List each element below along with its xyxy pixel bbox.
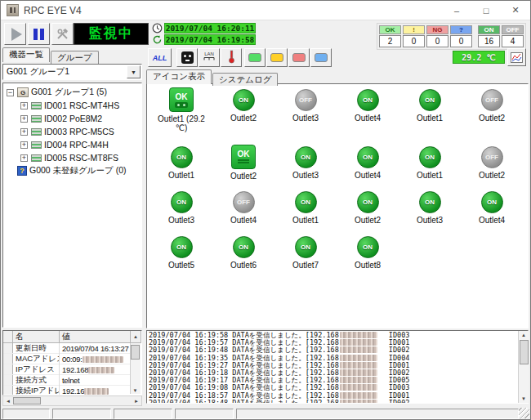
scroll-right-icon[interactable]: ► [132,399,141,404]
outlet-on-icon[interactable]: ON [295,191,317,213]
outlet-on-icon[interactable]: ON [171,146,193,168]
filter-color-red-button[interactable] [288,48,310,67]
scroll-down-icon[interactable]: ▼ [521,395,526,403]
outlet-label: Outlet1 [292,216,319,225]
log-line: 2019/07/04 16:19:18 DATAを受信しました。[192.168… [149,369,515,377]
tools-icon [56,28,70,41]
filter-color-green-button[interactable] [244,48,266,67]
property-value: telnet [60,376,131,385]
log-time: 2019/07/04 16:19:08 [149,384,232,391]
pause-button[interactable] [28,23,50,45]
table-hscroll-thumb[interactable] [13,397,41,404]
outlet-off-icon[interactable]: OFF [481,89,503,111]
header-name: 名 [13,331,60,343]
all-button[interactable]: ALL [148,48,172,67]
expander-icon[interactable]: + [20,154,28,162]
outlet-on-icon[interactable]: ON [171,236,193,258]
tab-group[interactable]: グループ [51,51,99,64]
redacted-ip [340,400,377,404]
table-vscroll-thumb[interactable] [131,345,140,360]
refresh-icon [152,34,163,45]
outlet-on-icon[interactable]: ON [419,146,441,168]
log-message: DATAを受信しました。 [232,369,305,377]
outlet-on-icon[interactable]: ON [419,191,441,213]
tree-item-G001[interactable]: −GG001 グループ1 (5) [3,86,141,99]
close-button[interactable]: ✕ [501,1,530,20]
log-ip: [192.168 [306,369,339,377]
expander-icon[interactable]: − [7,89,14,96]
lan-filter-button[interactable]: LAN [199,48,220,67]
outlet-cell: OKOutlet2 [212,145,274,190]
start-button[interactable] [4,23,26,45]
filter-color-blue-button[interactable] [310,48,332,67]
tree-item-ID003[interactable]: +ID003 RPC-M5CS [3,125,141,138]
scroll-left-icon[interactable]: ◄ [3,399,13,404]
device-ok-icon[interactable]: OK [231,145,256,169]
outlet-on-icon[interactable]: ON [295,236,317,258]
settings-button[interactable] [51,23,74,45]
expander-icon[interactable]: + [20,128,28,136]
outlet-on-icon[interactable]: ON [357,236,379,258]
outlet-on-icon[interactable]: ON [233,89,255,111]
title-bar[interactable]: RPC EYE V4 – □ ✕ [1,1,530,20]
outlet-on-icon[interactable]: ON [233,236,255,258]
outlet-on-icon[interactable]: ON [357,146,379,168]
svg-text:LAN: LAN [204,51,214,56]
expander-icon[interactable]: + [20,115,28,123]
log-line: 2019/07/04 16:19:08 DATAを受信しました。[192.168… [149,384,515,391]
property-row[interactable]: 接続IPアドレス192.16 [3,386,131,395]
question-icon: ? [17,166,27,176]
tab-device-list[interactable]: 機器一覧 [2,47,50,62]
outlet-on-icon[interactable]: ON [295,146,317,168]
tree-item-G000[interactable]: ?G000 未登録グループ (0) [3,164,141,177]
redacted-value [83,356,123,363]
outlet-on-icon[interactable]: ON [171,191,193,213]
device-ok-icon[interactable]: OK [169,87,194,112]
thermometer-filter-button[interactable] [221,48,242,67]
chevron-down-icon[interactable]: ▼ [127,65,141,78]
tree-item-ID005[interactable]: +ID005 RSC-MT8FS [3,151,141,164]
maximize-button[interactable]: □ [471,1,501,20]
log-vscroll[interactable]: ▲ ▼ [518,331,529,403]
scroll-down-icon[interactable]: ▼ [131,388,140,393]
property-row[interactable]: MACアドレス00:09: [3,354,131,364]
outlet-on-icon[interactable]: ON [481,191,503,213]
resize-grip[interactable] [519,408,529,418]
outlet-on-icon[interactable]: ON [357,191,379,213]
outlet-on-icon[interactable]: ON [357,89,379,111]
summary-warn-label: ! [403,25,425,34]
log-ip: [192.168 [306,392,339,400]
property-row[interactable]: 接続方式telnet [3,375,131,386]
outlet-cell: OFFOutlet3 [274,87,337,145]
outlet-off-icon[interactable]: OFF [481,146,503,168]
outlet-off-icon[interactable]: OFF [295,89,317,111]
outlet-off-icon[interactable]: OFF [233,191,255,213]
log-line: 2019/07/04 16:18:57 DATAを受信しました。[192.168… [149,392,515,400]
log-ip: [192.168 [306,377,339,384]
last-refresh-row: 2019/07/04 16:19:58 [152,34,256,45]
tab-system-log[interactable]: システムログ [212,73,278,86]
expander-icon[interactable]: + [20,141,28,149]
property-row[interactable]: IPアドレス192.168 [3,364,131,375]
tree-item-ID004[interactable]: +ID004 RPC-M4H [3,138,141,151]
outlet-filter-button[interactable] [176,48,198,67]
scroll-up-icon[interactable]: ▲ [131,331,141,343]
redacted-ip [340,377,377,383]
property-name: MACアドレス [13,354,60,364]
log-vscroll-thumb[interactable] [520,340,529,364]
graph-button[interactable] [507,48,526,66]
status-panel [52,409,111,419]
tree-item-ID002[interactable]: +ID002 PoE8M2 [3,112,141,125]
property-name: 更新日時 [13,343,60,354]
tree-item-ID001[interactable]: +ID001 RSC-MT4HS [3,99,141,112]
tab-icon-view[interactable]: アイコン表示 [146,69,212,84]
minimize-button[interactable]: – [442,1,471,20]
group-select[interactable]: G001 グループ1 ▼ [2,64,142,80]
filter-color-yellow-button[interactable] [266,48,288,67]
system-log[interactable]: 2019/07/04 16:19:58 DATAを受信しました。[192.168… [146,330,529,404]
property-row[interactable]: 更新日時2019/07/04 16:13:27 [3,343,131,354]
scroll-up-icon[interactable]: ▲ [521,331,526,339]
outlet-on-icon[interactable]: ON [419,89,441,111]
expander-icon[interactable]: + [20,102,28,109]
table-hscroll[interactable]: ◄ ► [2,395,142,406]
